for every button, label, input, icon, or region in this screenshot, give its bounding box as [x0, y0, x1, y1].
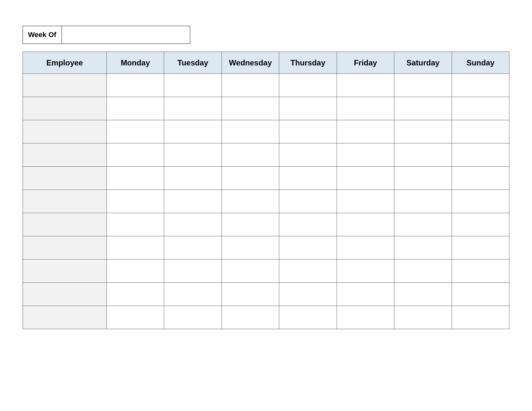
cell-tuesday[interactable] [164, 167, 222, 190]
cell-wednesday[interactable] [222, 167, 279, 190]
header-wednesday: Wednesday [222, 52, 279, 74]
cell-thursday[interactable] [279, 190, 337, 213]
cell-thursday[interactable] [279, 143, 337, 167]
cell-saturday[interactable] [394, 97, 452, 120]
cell-sunday[interactable] [452, 213, 509, 236]
cell-tuesday[interactable] [164, 236, 222, 259]
cell-tuesday[interactable] [164, 306, 222, 329]
employee-cell[interactable] [23, 259, 107, 283]
cell-wednesday[interactable] [222, 143, 279, 167]
cell-saturday[interactable] [394, 259, 452, 283]
table-row [23, 167, 509, 190]
schedule-table-head: Employee Monday Tuesday Wednesday Thursd… [23, 52, 509, 74]
cell-tuesday[interactable] [164, 74, 222, 97]
cell-monday[interactable] [107, 259, 164, 283]
cell-monday[interactable] [107, 143, 164, 167]
cell-tuesday[interactable] [164, 213, 222, 236]
cell-monday[interactable] [107, 167, 164, 190]
cell-sunday[interactable] [452, 74, 509, 97]
cell-friday[interactable] [337, 213, 394, 236]
cell-friday[interactable] [337, 236, 394, 259]
cell-monday[interactable] [107, 306, 164, 329]
table-row [23, 259, 509, 283]
employee-cell[interactable] [23, 167, 107, 190]
cell-saturday[interactable] [394, 236, 452, 259]
cell-saturday[interactable] [394, 306, 452, 329]
cell-friday[interactable] [337, 120, 394, 143]
cell-tuesday[interactable] [164, 120, 222, 143]
week-of-input[interactable] [62, 26, 190, 44]
cell-friday[interactable] [337, 97, 394, 120]
cell-wednesday[interactable] [222, 236, 279, 259]
cell-tuesday[interactable] [164, 97, 222, 120]
cell-saturday[interactable] [394, 120, 452, 143]
cell-thursday[interactable] [279, 120, 337, 143]
cell-sunday[interactable] [452, 236, 509, 259]
schedule-table-body [23, 74, 509, 329]
cell-tuesday[interactable] [164, 143, 222, 167]
cell-tuesday[interactable] [164, 259, 222, 283]
cell-monday[interactable] [107, 120, 164, 143]
cell-tuesday[interactable] [164, 190, 222, 213]
employee-cell[interactable] [23, 190, 107, 213]
cell-thursday[interactable] [279, 259, 337, 283]
cell-monday[interactable] [107, 213, 164, 236]
cell-wednesday[interactable] [222, 213, 279, 236]
cell-friday[interactable] [337, 167, 394, 190]
week-of-box: Week Of [23, 26, 190, 44]
header-monday: Monday [107, 52, 164, 74]
table-row [23, 97, 509, 120]
cell-saturday[interactable] [394, 213, 452, 236]
cell-wednesday[interactable] [222, 120, 279, 143]
cell-thursday[interactable] [279, 74, 337, 97]
cell-wednesday[interactable] [222, 283, 279, 306]
cell-friday[interactable] [337, 143, 394, 167]
cell-sunday[interactable] [452, 306, 509, 329]
cell-sunday[interactable] [452, 190, 509, 213]
cell-saturday[interactable] [394, 167, 452, 190]
cell-thursday[interactable] [279, 97, 337, 120]
table-row [23, 306, 509, 329]
cell-friday[interactable] [337, 283, 394, 306]
cell-wednesday[interactable] [222, 74, 279, 97]
cell-monday[interactable] [107, 190, 164, 213]
cell-saturday[interactable] [394, 74, 452, 97]
employee-cell[interactable] [23, 120, 107, 143]
cell-sunday[interactable] [452, 97, 509, 120]
cell-wednesday[interactable] [222, 190, 279, 213]
cell-friday[interactable] [337, 306, 394, 329]
employee-cell[interactable] [23, 236, 107, 259]
cell-friday[interactable] [337, 259, 394, 283]
cell-thursday[interactable] [279, 167, 337, 190]
cell-saturday[interactable] [394, 190, 452, 213]
cell-sunday[interactable] [452, 120, 509, 143]
cell-thursday[interactable] [279, 236, 337, 259]
cell-sunday[interactable] [452, 283, 509, 306]
cell-monday[interactable] [107, 97, 164, 120]
cell-monday[interactable] [107, 283, 164, 306]
cell-monday[interactable] [107, 236, 164, 259]
employee-cell[interactable] [23, 306, 107, 329]
employee-cell[interactable] [23, 283, 107, 306]
cell-saturday[interactable] [394, 143, 452, 167]
cell-wednesday[interactable] [222, 97, 279, 120]
header-saturday: Saturday [394, 52, 452, 74]
cell-sunday[interactable] [452, 143, 509, 167]
table-row [23, 213, 509, 236]
cell-thursday[interactable] [279, 306, 337, 329]
employee-cell[interactable] [23, 143, 107, 167]
cell-tuesday[interactable] [164, 283, 222, 306]
cell-friday[interactable] [337, 190, 394, 213]
cell-saturday[interactable] [394, 283, 452, 306]
cell-sunday[interactable] [452, 167, 509, 190]
employee-cell[interactable] [23, 97, 107, 120]
cell-sunday[interactable] [452, 259, 509, 283]
cell-wednesday[interactable] [222, 259, 279, 283]
cell-monday[interactable] [107, 74, 164, 97]
employee-cell[interactable] [23, 213, 107, 236]
cell-friday[interactable] [337, 74, 394, 97]
cell-thursday[interactable] [279, 283, 337, 306]
cell-wednesday[interactable] [222, 306, 279, 329]
cell-thursday[interactable] [279, 213, 337, 236]
employee-cell[interactable] [23, 74, 107, 97]
